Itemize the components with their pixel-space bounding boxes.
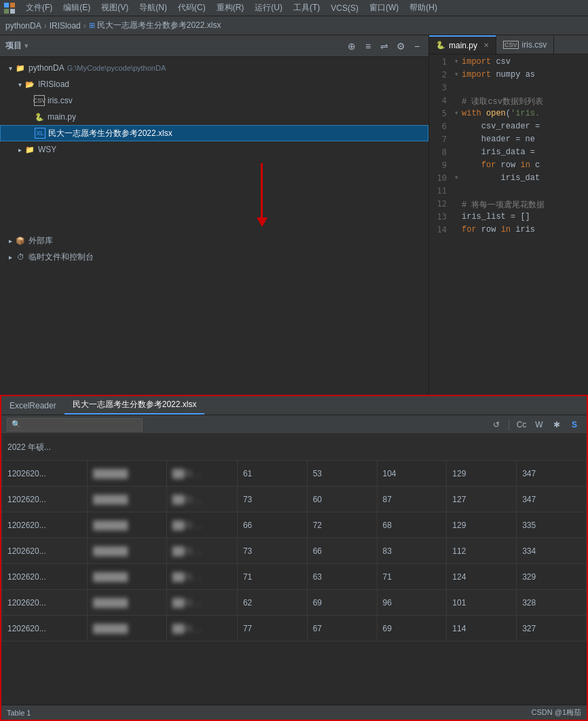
cell-row1-col1: 1202620... — [2, 461, 88, 487]
cell-row7-col5: 67 — [307, 616, 377, 641]
code-line-14: 14 ▾ for row in iris — [429, 225, 588, 238]
search-box[interactable]: 🔍 — [7, 418, 143, 432]
folder-icon: 📁 — [15, 63, 26, 73]
breadcrumb-pythonda[interactable]: pythonDA — [5, 21, 41, 31]
lib-icon: 📦 — [15, 235, 26, 246]
code-line-1: 1 ▾ import csv — [429, 57, 588, 70]
tree-item-xlsx[interactable]: XL 民大一志愿考生分数参考2022.xlsx — [0, 125, 428, 141]
temp-icon: ⏱ — [15, 251, 26, 262]
search-icon: 🔍 — [12, 420, 21, 429]
tree-path-root: G:\MyCode\pycode\pythonDA — [67, 64, 166, 72]
breadcrumb-file[interactable]: ⊞ 民大一志愿考生分数参考2022.xlsx — [89, 20, 221, 31]
minimize-icon[interactable]: − — [411, 40, 423, 52]
tree-arrow-wsy: ▸ — [15, 145, 24, 154]
fold-icon-10[interactable]: ▾ — [452, 173, 460, 181]
tab-iris-csv[interactable]: CSV iris.csv — [496, 35, 554, 54]
cell-row6-col7: 101 — [447, 590, 517, 616]
menu-navigate[interactable]: 导航(N) — [134, 1, 172, 15]
s-icon[interactable]: S — [568, 418, 581, 432]
fold-icon-5[interactable]: ▾ — [452, 109, 460, 117]
cell-row6-col5: 69 — [307, 590, 377, 616]
menu-file[interactable]: 文件(F) — [20, 1, 58, 15]
collapse-icon[interactable]: ≡ — [362, 40, 374, 52]
table-row: 1202620... ██████ ██01 ... 77 67 69 114 … — [2, 616, 587, 641]
spreadsheet-tab-excel[interactable]: ExcelReader — [1, 396, 65, 415]
menu-view[interactable]: 视图(V) — [96, 1, 134, 15]
menu-refactor[interactable]: 重构(R) — [211, 1, 250, 15]
tree-item-main-py[interactable]: 🐍 main.py — [0, 109, 428, 125]
line-content-4: # 读取csv数据到列表 — [462, 96, 543, 107]
tree-item-temp[interactable]: ▸ ⏱ 临时文件和控制台 — [0, 249, 428, 265]
menubar: 文件(F) 编辑(E) 视图(V) 导航(N) 代码(C) 重构(R) 运行(U… — [0, 0, 588, 16]
breadcrumb-irisload[interactable]: IRISload — [50, 21, 81, 31]
tree-label-irisload: IRISload — [38, 80, 69, 89]
spreadsheet-table: 2022 年硕... 1202620... ██████ ██01 ... 61… — [1, 434, 587, 641]
cell-row4-col5: 66 — [307, 538, 377, 564]
spreadsheet-statusbar: Table 1 CSDN @1梅茄 — [1, 705, 587, 720]
code-line-3: 3 ▾ — [429, 83, 588, 96]
cell-row5-col7: 124 — [447, 564, 517, 590]
fold-icon-1[interactable]: ▾ — [452, 57, 460, 65]
table-row: 1202620... ██████ ██01 ... 73 60 87 127 … — [2, 487, 587, 512]
arrow-annotation — [0, 158, 428, 232]
cell-row4-col4: 73 — [237, 538, 307, 564]
menu-vcs[interactable]: VCS(S) — [325, 2, 364, 14]
cell-row5-col2: ██████ — [88, 564, 167, 590]
folder-wsy-icon: 📁 — [24, 144, 35, 155]
tree-item-external-lib[interactable]: ▸ 📦 外部库 — [0, 232, 428, 249]
asterisk-icon[interactable]: ✱ — [550, 418, 564, 432]
menu-help[interactable]: 帮助(H) — [404, 1, 443, 15]
cc-icon[interactable]: Cc — [515, 418, 528, 432]
menu-tools[interactable]: 工具(T) — [288, 1, 325, 15]
settings-icon[interactable]: ⚙ — [394, 40, 407, 52]
line-num-9: 9 — [432, 160, 452, 170]
cell-row3-col2: ██████ — [88, 512, 167, 538]
spreadsheet-content: 2022 年硕... 1202620... ██████ ██01 ... 61… — [1, 434, 587, 705]
tree-item-wsy[interactable]: ▸ 📁 WSY — [0, 141, 428, 158]
fold-icon-2[interactable]: ▾ — [452, 70, 460, 78]
menu-window[interactable]: 窗口(W) — [364, 1, 404, 15]
line-num-4: 4 — [432, 96, 452, 105]
breadcrumb: pythonDA › IRISload › ⊞ 民大一志愿考生分数参考2022.… — [0, 16, 588, 35]
py-file-icon: 🐍 — [34, 111, 45, 122]
cell-row4-col8: 334 — [517, 538, 587, 564]
refresh-icon[interactable]: ↺ — [490, 418, 503, 432]
cell-row3-col5: 72 — [307, 512, 377, 538]
menu-code[interactable]: 代码(C) — [172, 1, 211, 15]
table-row: 1202620... ██████ ██01 ... 62 69 96 101 … — [2, 590, 587, 616]
cell-row2-col5: 60 — [307, 487, 377, 512]
w-icon[interactable]: W — [532, 418, 546, 432]
expand-icon[interactable]: ⇌ — [378, 40, 390, 52]
cell-row7-col2: ██████ — [88, 616, 167, 641]
search-input[interactable] — [24, 421, 132, 429]
tab-main-py-close[interactable]: ✕ — [483, 41, 489, 49]
spreadsheet-title-row: 2022 年硕... — [2, 435, 587, 461]
code-line-9: 9 ▾ for row in c — [429, 160, 588, 173]
tree-arrow-temp: ▸ — [5, 252, 15, 262]
cell-row2-col6: 87 — [377, 487, 447, 512]
svg-rect-0 — [4, 3, 9, 7]
spreadsheet-tab-xlsx[interactable]: 民大一志愿考生分数参考2022.xlsx — [65, 396, 205, 415]
tree-arrow-root: ▾ — [5, 63, 15, 73]
line-num-2: 2 — [432, 70, 452, 80]
cell-row1-col4: 61 — [237, 461, 307, 487]
tree-item-irisload[interactable]: ▾ 📂 IRISload — [0, 76, 428, 92]
tree-item-root[interactable]: ▾ 📁 pythonDA G:\MyCode\pycode\pythonDA — [0, 60, 428, 76]
toolbar-right-icons: ↺ Cc W ✱ S — [490, 418, 581, 432]
cell-row3-col6: 68 — [377, 512, 447, 538]
statusbar-table-label: Table 1 — [7, 709, 31, 717]
line-content-8: iris_data = — [462, 147, 535, 157]
editor-tabs: 🐍 main.py ✕ CSV iris.csv — [429, 35, 588, 54]
spreadsheet-area: ExcelReader 民大一志愿考生分数参考2022.xlsx 🔍 ↺ Cc … — [0, 395, 588, 721]
line-content-10: iris_dat — [462, 173, 540, 183]
locate-icon[interactable]: ⊕ — [346, 40, 358, 52]
menu-run[interactable]: 运行(U) — [249, 1, 288, 15]
cell-row7-col1: 1202620... — [2, 616, 88, 641]
sidebar-dropdown-icon[interactable]: ▾ — [24, 41, 29, 50]
tree-item-iris-csv[interactable]: CSV iris.csv — [0, 92, 428, 109]
cell-row3-col4: 66 — [237, 512, 307, 538]
tree-arrow-irisload: ▾ — [15, 80, 24, 89]
cell-row3-col1: 1202620... — [2, 512, 88, 538]
tab-main-py[interactable]: 🐍 main.py ✕ — [429, 35, 496, 54]
menu-edit[interactable]: 编辑(E) — [58, 1, 96, 15]
